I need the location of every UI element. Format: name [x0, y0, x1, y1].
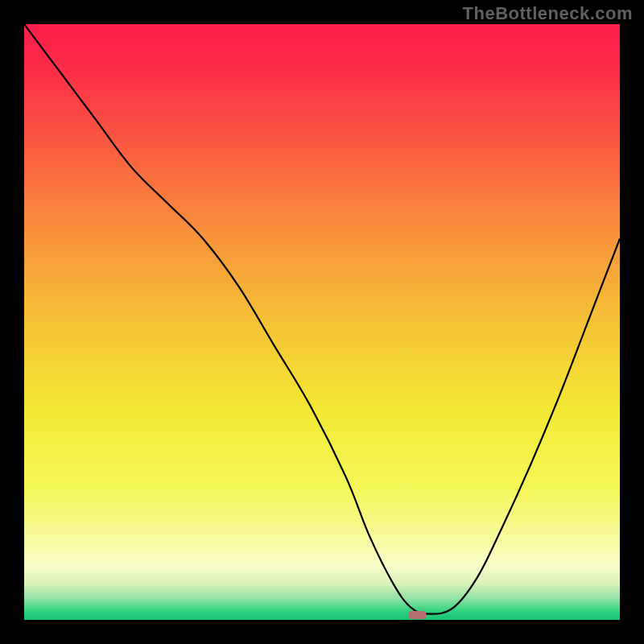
chart-frame: TheBottleneck.com [0, 0, 644, 644]
curve-layer [24, 24, 620, 620]
watermark-text: TheBottleneck.com [463, 3, 633, 24]
optimal-marker [408, 611, 426, 619]
bottleneck-curve [24, 24, 620, 614]
plot-area [24, 24, 620, 620]
